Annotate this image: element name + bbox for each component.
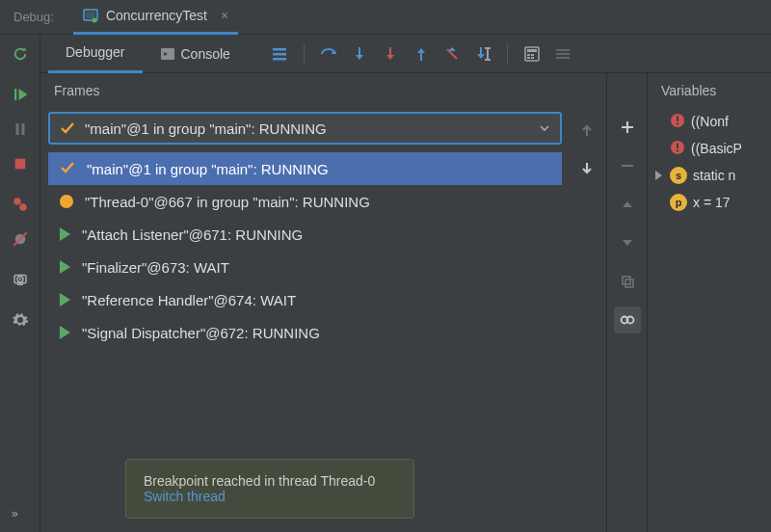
pause-button[interactable]: [0, 112, 40, 146]
application-icon: [83, 8, 98, 23]
svg-point-7: [13, 198, 21, 205]
svg-rect-29: [527, 54, 530, 56]
svg-rect-41: [677, 116, 678, 121]
svg-rect-28: [527, 49, 537, 52]
error-icon: [670, 140, 685, 158]
debug-top-bar: Debug: ConcurrencyTest ×: [0, 0, 771, 35]
threads-view-button[interactable]: [265, 40, 294, 68]
step-over-button[interactable]: [314, 40, 343, 68]
svg-rect-37: [625, 279, 633, 287]
svg-rect-6: [14, 159, 25, 170]
svg-point-8: [19, 203, 27, 211]
evaluate-expression-button[interactable]: [518, 40, 546, 68]
svg-rect-36: [623, 277, 630, 284]
thread-label: "Signal Dispatcher"@672: RUNNING: [82, 325, 320, 341]
tab-console[interactable]: Console: [143, 35, 248, 73]
thread-row[interactable]: "Thread-0"@667 in group "main": RUNNING: [48, 185, 562, 218]
rerun-button[interactable]: [0, 37, 40, 71]
breakpoint-toast: Breakpoint reached in thread Thread-0 Sw…: [125, 459, 414, 519]
variable-node[interactable]: ((Nonf: [655, 108, 771, 135]
svg-rect-17: [273, 53, 286, 56]
frames-header: Frames: [40, 73, 606, 108]
check-icon: [60, 120, 75, 136]
variable-text: ((BasicP: [691, 141, 742, 156]
frames-nav-col: [568, 108, 606, 532]
expand-toolwindow-button[interactable]: »: [12, 507, 20, 520]
svg-rect-42: [677, 122, 678, 124]
variables-toolbar: [607, 73, 648, 532]
step-out-button[interactable]: [407, 40, 436, 68]
svg-rect-30: [531, 54, 534, 56]
thread-row[interactable]: "main"@1 in group "main": RUNNING: [48, 152, 562, 185]
move-watch-up-button[interactable]: [614, 191, 641, 218]
drop-frame-button[interactable]: [438, 40, 466, 68]
run-config-tab[interactable]: ConcurrencyTest ×: [73, 0, 238, 35]
thread-row[interactable]: "Attach Listener"@671: RUNNING: [48, 218, 562, 251]
variable-text: static n: [693, 168, 735, 183]
settings-button[interactable]: [0, 303, 40, 337]
thread-label: "Finalizer"@673: WAIT: [82, 259, 229, 276]
switch-thread-link[interactable]: Switch thread: [144, 489, 226, 504]
chevron-down-icon: [539, 122, 550, 134]
move-watch-down-button[interactable]: [614, 229, 641, 256]
variable-text: x = 17: [693, 195, 731, 210]
trace-current-stream-button[interactable]: [548, 40, 577, 68]
check-icon: [60, 160, 75, 178]
variable-node[interactable]: px = 17: [655, 189, 771, 216]
svg-rect-5: [21, 123, 24, 135]
view-breakpoints-button[interactable]: [0, 187, 40, 222]
svg-rect-45: [677, 149, 678, 151]
suspended-dot-icon: [60, 195, 73, 208]
svg-rect-16: [273, 48, 286, 51]
resume-button[interactable]: [0, 77, 40, 112]
running-play-icon: [60, 293, 70, 306]
variable-node[interactable]: ((BasicP: [655, 135, 771, 162]
show-watches-button[interactable]: [614, 306, 641, 333]
step-into-button[interactable]: [345, 40, 374, 68]
svg-rect-1: [86, 12, 95, 18]
thread-row[interactable]: "Signal Dispatcher"@672: RUNNING: [48, 316, 562, 349]
svg-rect-3: [14, 89, 16, 100]
variables-tree: ((Nonf((BasicPsstatic npx = 17: [655, 108, 771, 216]
svg-rect-31: [527, 57, 530, 59]
close-tab-icon[interactable]: ×: [221, 8, 228, 23]
svg-rect-32: [531, 57, 534, 59]
mute-breakpoints-button[interactable]: [0, 222, 40, 256]
debugger-tabs-row: Debugger Console: [40, 35, 771, 73]
type-badge: p: [670, 194, 687, 211]
thread-label: "Reference Handler"@674: WAIT: [82, 292, 296, 308]
svg-rect-34: [556, 53, 570, 55]
variables-header: Variables: [655, 73, 771, 108]
svg-point-2: [92, 18, 96, 23]
thread-row[interactable]: "Reference Handler"@674: WAIT: [48, 283, 562, 316]
variables-panel: Variables ((Nonf((BasicPsstatic npx = 17: [648, 73, 771, 532]
tab-debugger[interactable]: Debugger: [48, 35, 143, 73]
run-to-cursor-button[interactable]: [468, 40, 497, 68]
next-frame-button[interactable]: [573, 154, 600, 181]
force-step-into-button[interactable]: [376, 40, 405, 68]
thread-label: "Attach Listener"@671: RUNNING: [82, 226, 303, 243]
left-toolbar: [0, 35, 40, 532]
expand-icon[interactable]: [655, 171, 662, 180]
thread-label: "Thread-0"@667 in group "main": RUNNING: [85, 194, 370, 210]
thread-selector-combo[interactable]: "main"@1 in group "main": RUNNING: [48, 112, 562, 145]
svg-point-13: [18, 279, 20, 280]
running-play-icon: [60, 260, 70, 274]
thread-selector-value: "main"@1 in group "main": RUNNING: [85, 120, 539, 137]
stop-button[interactable]: [0, 146, 40, 181]
svg-rect-44: [677, 143, 678, 148]
duplicate-watch-button[interactable]: [614, 268, 641, 295]
thread-row[interactable]: "Finalizer"@673: WAIT: [48, 251, 562, 283]
type-badge: s: [670, 167, 687, 184]
svg-rect-14: [17, 284, 23, 286]
running-play-icon: [60, 326, 70, 339]
thread-label: "main"@1 in group "main": RUNNING: [87, 161, 329, 177]
svg-rect-4: [15, 123, 18, 135]
get-thread-dump-button[interactable]: [0, 262, 40, 297]
variable-node[interactable]: sstatic n: [655, 162, 771, 189]
variable-text: ((Nonf: [691, 114, 729, 129]
prev-frame-button[interactable]: [573, 118, 600, 145]
svg-rect-35: [556, 57, 570, 59]
new-watch-button[interactable]: [614, 114, 641, 141]
remove-watch-button[interactable]: [614, 152, 641, 179]
